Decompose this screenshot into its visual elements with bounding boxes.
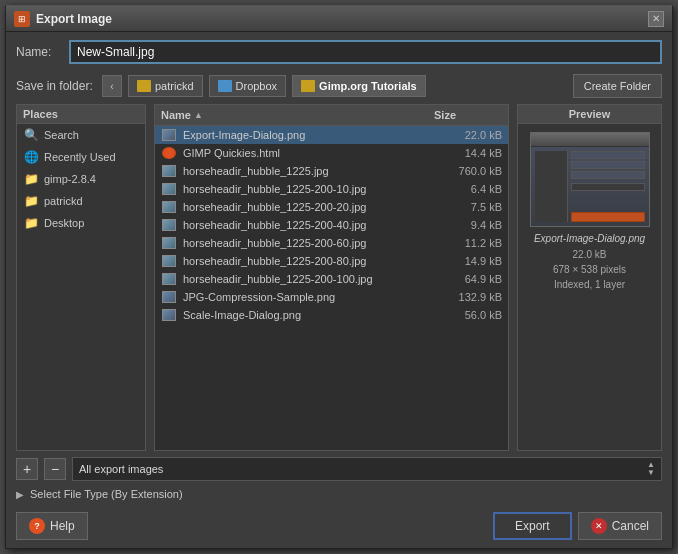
places-header: Places: [17, 105, 145, 124]
preview-filename: Export-Image-Dialog.png: [534, 233, 645, 244]
files-list[interactable]: Export-Image-Dialog.png 22.0 kB GIMP Qui…: [155, 126, 508, 450]
sort-arrow-icon: ▲: [194, 110, 203, 120]
export-filter-dropdown[interactable]: All export images ▲ ▼: [72, 457, 662, 481]
breadcrumb-gimp-tutorials[interactable]: Gimp.org Tutorials: [292, 75, 426, 97]
cancel-button[interactable]: ✕ Cancel: [578, 512, 662, 540]
breadcrumb-patrickd[interactable]: patrickd: [128, 75, 203, 97]
create-folder-button[interactable]: Create Folder: [573, 74, 662, 98]
table-row[interactable]: horseheadir_hubble_1225-200-80.jpg 14.9 …: [155, 252, 508, 270]
table-row[interactable]: horseheadir_hubble_1225-200-10.jpg 6.4 k…: [155, 180, 508, 198]
size-column-header[interactable]: Size: [428, 107, 508, 123]
preview-details: 22.0 kB 678 × 538 pixels Indexed, 1 laye…: [553, 247, 626, 292]
places-item-desktop[interactable]: 📁 Desktop: [17, 212, 145, 234]
help-button[interactable]: ? Help: [16, 512, 88, 540]
file-type-label: Select File Type (By Extension): [30, 488, 183, 500]
table-row[interactable]: horseheadir_hubble_1225-200-40.jpg 9.4 k…: [155, 216, 508, 234]
file-icon-png: [159, 289, 179, 305]
table-row[interactable]: horseheadir_hubble_1225-200-60.jpg 11.2 …: [155, 234, 508, 252]
file-type-row[interactable]: ▶ Select File Type (By Extension): [16, 486, 662, 502]
export-button[interactable]: Export: [493, 512, 572, 540]
folder-icon-tutorials: [301, 80, 315, 92]
preview-header: Preview: [518, 105, 661, 124]
preview-image-area: Export-Image-Dialog.png 22.0 kB 678 × 53…: [518, 124, 661, 450]
name-row: Name:: [6, 32, 672, 72]
close-button[interactable]: ✕: [648, 11, 664, 27]
file-icon-img: [159, 271, 179, 287]
export-image-dialog: ⊞ Export Image ✕ Name: Save in folder: ‹…: [5, 5, 673, 549]
folder-icon-desktop: 📁: [23, 215, 39, 231]
search-icon: 🔍: [23, 127, 39, 143]
places-item-search[interactable]: 🔍 Search: [17, 124, 145, 146]
places-item-gimp[interactable]: 📁 gimp-2.8.4: [17, 168, 145, 190]
file-icon-img: [159, 253, 179, 269]
folder-icon-gimp: 📁: [23, 171, 39, 187]
main-area: Places 🔍 Search 🌐 Recently Used 📁 gimp-2…: [6, 104, 672, 451]
table-row[interactable]: Export-Image-Dialog.png 22.0 kB: [155, 126, 508, 144]
places-item-patrickd[interactable]: 📁 patrickd: [17, 190, 145, 212]
save-in-folder-label: Save in folder:: [16, 79, 96, 93]
table-row[interactable]: horseheadir_hubble_1225-200-100.jpg 64.9…: [155, 270, 508, 288]
file-icon-img: [159, 163, 179, 179]
bottom-area: + − All export images ▲ ▼ ▶ Select File …: [6, 451, 672, 508]
dropdown-arrows-icon: ▲ ▼: [647, 461, 655, 477]
places-item-recently-used[interactable]: 🌐 Recently Used: [17, 146, 145, 168]
name-column-header[interactable]: Name ▲: [155, 107, 428, 123]
places-panel: Places 🔍 Search 🌐 Recently Used 📁 gimp-2…: [16, 104, 146, 451]
preview-sim-content: [531, 133, 649, 226]
dialog-title: Export Image: [36, 12, 112, 26]
breadcrumb-dropbox[interactable]: Dropbox: [209, 75, 287, 97]
folder-icon: [137, 80, 151, 92]
table-row[interactable]: Scale-Image-Dialog.png 56.0 kB: [155, 306, 508, 324]
table-row[interactable]: GIMP Quickies.html 14.4 kB: [155, 144, 508, 162]
folder-icon-dropbox: [218, 80, 232, 92]
file-icon-html: [159, 145, 179, 161]
cancel-icon: ✕: [591, 518, 607, 534]
files-header: Name ▲ Size: [155, 105, 508, 126]
filename-input[interactable]: [69, 40, 662, 64]
right-buttons: Export ✕ Cancel: [493, 512, 662, 540]
table-row[interactable]: horseheadir_hubble_1225-200-20.jpg 7.5 k…: [155, 198, 508, 216]
folder-row: Save in folder: ‹ patrickd Dropbox Gimp.…: [6, 72, 672, 104]
file-icon-png: [159, 127, 179, 143]
preview-thumbnail: [530, 132, 650, 227]
file-icon-img: [159, 217, 179, 233]
remove-place-button[interactable]: −: [44, 458, 66, 480]
files-panel: Name ▲ Size Export-Image-Dialog.png 22.0…: [154, 104, 509, 451]
table-row[interactable]: horseheadir_hubble_1225.jpg 760.0 kB: [155, 162, 508, 180]
nav-back-button[interactable]: ‹: [102, 75, 122, 97]
bottom-controls: + − All export images ▲ ▼: [16, 457, 662, 481]
add-place-button[interactable]: +: [16, 458, 38, 480]
folder-icon-patrickd: 📁: [23, 193, 39, 209]
file-icon-img: [159, 181, 179, 197]
title-bar: ⊞ Export Image ✕: [6, 6, 672, 32]
dialog-icon: ⊞: [14, 11, 30, 27]
help-icon: ?: [29, 518, 45, 534]
name-label: Name:: [16, 45, 61, 59]
table-row[interactable]: JPG-Compression-Sample.png 132.9 kB: [155, 288, 508, 306]
file-icon-png: [159, 307, 179, 323]
preview-panel: Preview: [517, 104, 662, 451]
globe-icon: 🌐: [23, 149, 39, 165]
action-buttons: ? Help Export ✕ Cancel: [6, 508, 672, 548]
file-icon-img: [159, 235, 179, 251]
chevron-right-icon: ▶: [16, 489, 24, 500]
file-icon-img: [159, 199, 179, 215]
